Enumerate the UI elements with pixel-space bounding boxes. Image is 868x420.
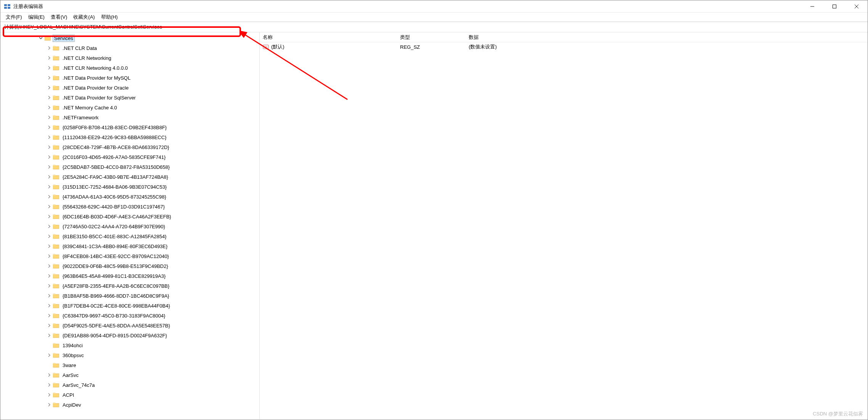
chevron-right-icon[interactable] <box>46 243 52 249</box>
tree-item[interactable]: {6DC16E4B-B03D-4D6F-A4E3-CA46A2F3EEFB} <box>0 212 259 221</box>
chevron-right-icon[interactable] <box>46 144 52 150</box>
menu-file[interactable]: 文件(F) <box>3 13 25 21</box>
tree-item[interactable]: {81BE3150-B5CC-401E-883C-A12845FA2854} <box>0 231 259 241</box>
tree-item-label: {C63847D9-9697-45C0-B730-3183F9AC8004} <box>61 313 167 319</box>
chevron-right-icon[interactable] <box>46 332 52 338</box>
chevron-right-icon[interactable] <box>46 65 52 71</box>
chevron-right-icon[interactable] <box>46 85 52 91</box>
tree-item[interactable]: {0258F0F8-B708-412B-83EC-D9B2EF438B8F} <box>0 122 259 132</box>
minimize-button[interactable] <box>801 0 823 13</box>
tree-item[interactable]: {11120438-EE29-4226-9C83-6BBA59888ECC} <box>0 132 259 142</box>
chevron-right-icon[interactable] <box>46 104 52 111</box>
chevron-right-icon[interactable] <box>46 402 52 408</box>
expander-placeholder <box>46 362 52 368</box>
chevron-right-icon[interactable] <box>46 283 52 289</box>
tree-item[interactable]: {C63847D9-9697-45C0-B730-3183F9AC8004} <box>0 311 259 321</box>
chevron-right-icon[interactable] <box>46 322 52 329</box>
chevron-right-icon[interactable] <box>46 164 52 170</box>
chevron-right-icon[interactable] <box>46 154 52 160</box>
menu-edit[interactable]: 编辑(E) <box>25 13 48 21</box>
tree-item-label: {DE91AB88-9054-4DFD-8915-D0024F9A632F} <box>61 332 168 339</box>
chevron-right-icon[interactable] <box>46 194 52 200</box>
tree-item[interactable]: .NET Data Provider for Oracle <box>0 83 259 93</box>
column-type[interactable]: 类型 <box>397 32 466 42</box>
tree-item[interactable]: .NET CLR Networking 4.0.0.0 <box>0 63 259 73</box>
tree-item[interactable]: {315D13EC-7252-4684-BA06-9B3E07C94C53} <box>0 182 259 192</box>
menu-view[interactable]: 查看(V) <box>48 13 70 21</box>
tree-item[interactable]: ACPI <box>0 390 259 400</box>
chevron-right-icon[interactable] <box>46 75 52 81</box>
chevron-right-icon[interactable] <box>46 55 52 61</box>
list-row[interactable]: ab(默认)REG_SZ(数值未设置) <box>260 42 868 51</box>
tree-item[interactable]: .NETFramework <box>0 112 259 122</box>
tree-item[interactable]: .NET Data Provider for SqlServer <box>0 93 259 103</box>
tree-item[interactable]: {2C016F03-4D65-4926-A7A0-5835CFE9F741} <box>0 152 259 162</box>
chevron-right-icon[interactable] <box>46 134 52 140</box>
tree-item[interactable]: {2E5A284C-FA9C-43B0-9B7E-4B13AF724BA8} <box>0 172 259 182</box>
tree-item[interactable]: {B1B8AF5B-B969-4666-8DD7-1BC46D8C9F9A} <box>0 291 259 301</box>
chevron-right-icon[interactable] <box>46 223 52 229</box>
tree-item-label: AarSvc <box>61 372 80 378</box>
tree-item[interactable]: {8F4CEB08-14BC-43EE-92CC-B9709AC12040} <box>0 251 259 261</box>
chevron-right-icon[interactable] <box>46 184 52 190</box>
tree-item[interactable]: {55643268-629C-4420-BF1D-03D91C197467} <box>0 202 259 212</box>
chevron-down-icon[interactable] <box>38 35 44 41</box>
tree-item[interactable]: {28CDEC48-729F-4B7B-ACE8-8DA66339172D} <box>0 142 259 152</box>
column-name[interactable]: 名称 <box>260 32 397 42</box>
tree-item[interactable]: {2C5BDAB7-5BED-4CC0-B872-F8A53150D658} <box>0 162 259 172</box>
chevron-right-icon[interactable] <box>46 263 52 269</box>
chevron-right-icon[interactable] <box>46 253 52 259</box>
chevron-right-icon[interactable] <box>46 293 52 299</box>
tree-item[interactable]: {4736ADAA-61A3-40C6-95D5-873245255C98} <box>0 192 259 202</box>
tree-item-label: ACPI <box>61 392 75 398</box>
tree-item[interactable]: .NET CLR Data <box>0 43 259 53</box>
tree-item-label: {72746A50-02C2-4AA4-A720-64B9F307E990} <box>61 223 166 230</box>
maximize-button[interactable] <box>823 0 845 13</box>
list-panel[interactable]: 名称 类型 数据 ab(默认)REG_SZ(数值未设置) <box>260 32 868 419</box>
chevron-right-icon[interactable] <box>46 273 52 279</box>
tree-item[interactable]: {DE91AB88-9054-4DFD-8915-D0024F9A632F} <box>0 330 259 340</box>
chevron-right-icon[interactable] <box>46 45 52 51</box>
tree-item[interactable]: .NET Memory Cache 4.0 <box>0 103 259 112</box>
tree-item-label: .NET Data Provider for MySQL <box>61 75 132 81</box>
chevron-right-icon[interactable] <box>46 352 52 358</box>
tree-item[interactable]: {D54F9025-5DFE-4AE5-8DDA-AA5E548EE57B} <box>0 321 259 330</box>
tree-item[interactable]: {839C4841-1C3A-4BB0-894E-80F3EC6D493E} <box>0 241 259 251</box>
close-button[interactable] <box>845 0 868 13</box>
app-icon <box>4 3 10 10</box>
chevron-right-icon[interactable] <box>46 313 52 319</box>
tree-item[interactable]: 3ware <box>0 360 259 370</box>
tree-item-label: {8F4CEB08-14BC-43EE-92CC-B9709AC12040} <box>61 253 170 260</box>
tree-item[interactable]: .NET Data Provider for MySQL <box>0 73 259 83</box>
chevron-right-icon[interactable] <box>46 124 52 130</box>
tree-item[interactable]: AarSvc_74c7a <box>0 380 259 390</box>
tree-item[interactable]: {A5EF28FB-2355-4EF8-AA2B-6C6EC8C097BB} <box>0 281 259 291</box>
chevron-right-icon[interactable] <box>46 303 52 309</box>
tree-item-services[interactable]: Services <box>0 33 259 43</box>
tree-item[interactable]: {9022DDE9-0F6B-48C5-99B8-E513F9C49BD2} <box>0 261 259 271</box>
chevron-right-icon[interactable] <box>46 372 52 378</box>
tree-item[interactable]: .NET CLR Networking <box>0 53 259 63</box>
tree-panel[interactable]: Services.NET CLR Data.NET CLR Networking… <box>0 32 260 419</box>
tree-item[interactable]: {963B64E5-45A8-4989-81C1-B3CE829919A3} <box>0 271 259 281</box>
address-input[interactable] <box>0 22 868 32</box>
tree-item[interactable]: AarSvc <box>0 370 259 380</box>
chevron-right-icon[interactable] <box>46 204 52 210</box>
tree-item[interactable]: {72746A50-02C2-4AA4-A720-64B9F307E990} <box>0 221 259 231</box>
tree-item[interactable]: 360bpsvc <box>0 350 259 360</box>
tree-item[interactable]: 1394ohci <box>0 340 259 350</box>
tree-item[interactable]: {B1F7DEB4-0C2E-4CE8-80CE-998EBA44F0B4} <box>0 301 259 311</box>
chevron-right-icon[interactable] <box>46 213 52 220</box>
menu-help[interactable]: 帮助(H) <box>98 13 121 21</box>
tree-item-label: .NET CLR Data <box>61 45 98 51</box>
chevron-right-icon[interactable] <box>46 382 52 388</box>
column-data[interactable]: 数据 <box>466 32 868 42</box>
chevron-right-icon[interactable] <box>46 233 52 239</box>
chevron-right-icon[interactable] <box>46 114 52 120</box>
tree-item[interactable]: AcpiDev <box>0 400 259 410</box>
chevron-right-icon[interactable] <box>46 392 52 398</box>
tree-item-label: .NET Data Provider for Oracle <box>61 85 130 91</box>
menu-favorites[interactable]: 收藏夹(A) <box>70 13 98 21</box>
chevron-right-icon[interactable] <box>46 174 52 180</box>
chevron-right-icon[interactable] <box>46 95 52 101</box>
